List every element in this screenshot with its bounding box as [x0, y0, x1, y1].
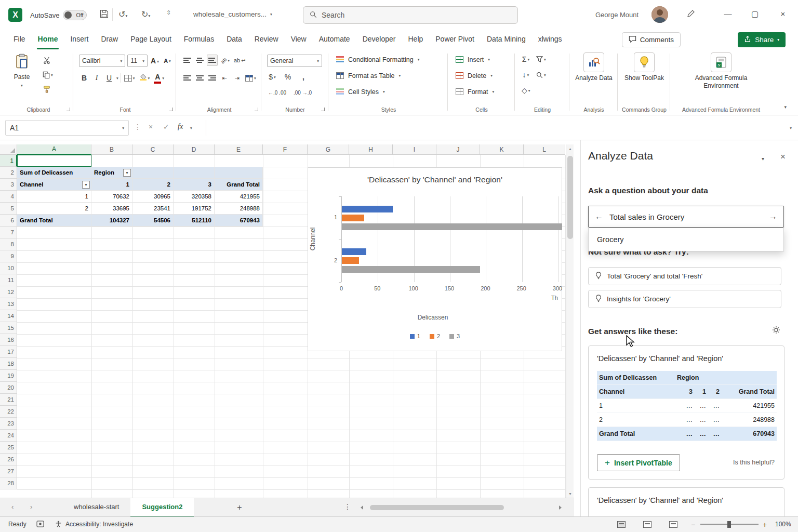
paste-button[interactable]: Paste ▾: [9, 54, 34, 88]
autosave-toggle[interactable]: Off: [63, 10, 87, 20]
row-header-5[interactable]: 5: [0, 203, 17, 215]
pivot-value-cell[interactable]: 54506: [132, 215, 174, 227]
row-header-27[interactable]: 27: [0, 466, 17, 477]
ribbon-tab-xlwings[interactable]: xlwings: [532, 30, 568, 49]
search-input[interactable]: Search: [303, 6, 518, 24]
format-cells-button[interactable]: Format ▾: [456, 85, 494, 99]
chart-bar-series3-cat1[interactable]: [342, 223, 562, 230]
chart-bar-series2-cat2[interactable]: [342, 257, 359, 264]
question-input[interactable]: ← Total sales in Grocery →: [588, 206, 784, 228]
fill-color-button[interactable]: ▾: [138, 72, 151, 84]
pivot-value-cell[interactable]: 33695: [91, 203, 132, 215]
format-painter-button[interactable]: [42, 84, 52, 95]
zoom-slider-thumb[interactable]: [727, 521, 731, 528]
row-header-12[interactable]: 12: [0, 286, 17, 298]
minimize-button[interactable]: —: [720, 9, 736, 18]
column-header-F[interactable]: F: [263, 144, 308, 155]
zoom-out-icon[interactable]: −: [691, 521, 695, 529]
next-sheet-icon[interactable]: ›: [30, 503, 32, 511]
vertical-scroll-thumb[interactable]: [567, 156, 573, 239]
macro-record-icon[interactable]: [36, 521, 44, 529]
copy-button[interactable]: ▾: [42, 69, 54, 81]
pivot-row-label[interactable]: 2: [17, 203, 91, 215]
chart-bar-series3-cat2[interactable]: [342, 266, 480, 273]
pivot-value-cell[interactable]: 421955: [215, 191, 263, 203]
row-header-26[interactable]: 26: [0, 454, 17, 466]
chart[interactable]: 'Delicassen' by 'Channel' and 'Region' 0…: [308, 167, 562, 351]
customize-toolbar-icon[interactable]: ⇳: [166, 9, 171, 16]
answer-card-2[interactable]: 'Delicassen' by 'Channel' and 'Region': [588, 487, 784, 516]
undo-icon[interactable]: ↺▾: [118, 9, 127, 19]
collapse-ribbon-icon[interactable]: ▾: [784, 104, 787, 110]
selected-cell-a1[interactable]: [17, 155, 91, 167]
zoom-slider[interactable]: [700, 524, 759, 525]
page-layout-view-icon[interactable]: [643, 521, 651, 528]
dropdown-item-grocery[interactable]: Grocery: [597, 235, 624, 244]
pivot-table[interactable]: Sum of DelicassenRegion▾Channel▾123Grand…: [17, 167, 263, 227]
afe-button[interactable]: fx Advanced Formula Environment: [682, 52, 760, 90]
number-dialog-launcher[interactable]: [321, 108, 325, 111]
pivot-value-cell[interactable]: 23541: [132, 203, 174, 215]
pivot-value-cell[interactable]: 30965: [132, 191, 174, 203]
bold-button[interactable]: B: [79, 72, 89, 84]
scroll-right-icon[interactable]: [559, 506, 562, 510]
decrease-indent-button[interactable]: ⇤: [219, 72, 230, 84]
font-color-button[interactable]: A▾: [153, 72, 165, 84]
center-button[interactable]: [194, 72, 205, 84]
gear-icon[interactable]: [772, 326, 780, 336]
sheet-options-icon[interactable]: ⋮: [344, 502, 351, 511]
pane-collapse-icon[interactable]: ▾: [762, 154, 764, 162]
confirm-entry-icon[interactable]: ✓: [163, 123, 169, 131]
increase-indent-button[interactable]: ⇥: [232, 72, 242, 84]
insert-cells-button[interactable]: Insert ▾: [456, 52, 490, 66]
increase-decimal-button[interactable]: ←.0 .00: [267, 87, 287, 98]
ribbon-tab-data-mining[interactable]: Data Mining: [481, 30, 532, 49]
close-button[interactable]: ×: [775, 9, 791, 18]
column-header-I[interactable]: I: [393, 144, 436, 155]
chart-bar-series2-cat1[interactable]: [342, 215, 364, 221]
comments-button[interactable]: Comments: [622, 32, 681, 47]
save-icon[interactable]: [100, 9, 109, 20]
row-header-18[interactable]: 18: [0, 358, 17, 370]
shrink-font-button[interactable]: A▾: [162, 55, 172, 66]
alignment-dialog-launcher[interactable]: [255, 108, 258, 111]
chart-bar-series1-cat2[interactable]: [342, 248, 366, 255]
borders-button[interactable]: ▾: [123, 72, 136, 84]
top-align-button[interactable]: [182, 55, 192, 66]
ribbon-tab-help[interactable]: Help: [402, 30, 429, 49]
pivot-value-cell[interactable]: 512110: [174, 215, 215, 227]
pivot-row-label[interactable]: 1: [17, 191, 91, 203]
row-header-16[interactable]: 16: [0, 334, 17, 346]
ribbon-tab-formulas[interactable]: Formulas: [178, 30, 220, 49]
chart-legend-item[interactable]: 1: [410, 333, 420, 339]
ribbon-tab-view[interactable]: View: [285, 30, 313, 49]
row-header-4[interactable]: 4: [0, 191, 17, 203]
column-header-L[interactable]: L: [524, 144, 565, 155]
filter-button[interactable]: ▾: [123, 169, 131, 177]
ribbon-tab-review[interactable]: Review: [248, 30, 285, 49]
ribbon-tab-draw[interactable]: Draw: [95, 30, 124, 49]
vertical-scrollbar[interactable]: ▲ ▼: [566, 144, 574, 498]
column-header-A[interactable]: A: [17, 144, 91, 155]
query-suggestion-dropdown[interactable]: Grocery: [588, 228, 784, 251]
name-box-splitter[interactable]: ⋮: [134, 123, 141, 131]
restore-button[interactable]: ▢: [747, 9, 763, 19]
format-as-table-button[interactable]: Format as Table ▾: [336, 69, 401, 83]
row-header-21[interactable]: 21: [0, 394, 17, 406]
row-header-10[interactable]: 10: [0, 262, 17, 274]
accounting-format-button[interactable]: $▾: [267, 71, 277, 83]
align-left-button[interactable]: [182, 72, 192, 84]
pivot-value-cell[interactable]: 191752: [174, 203, 215, 215]
redo-icon[interactable]: ↻▾: [141, 9, 150, 19]
share-button[interactable]: Share ▾: [738, 32, 786, 47]
autosum-button[interactable]: Σ▾: [521, 54, 531, 65]
sort-filter-button[interactable]: ▾: [535, 54, 547, 65]
column-header-E[interactable]: E: [215, 144, 263, 155]
font-name-select[interactable]: Calibri▾: [79, 55, 125, 67]
back-arrow-icon[interactable]: ←: [595, 212, 603, 221]
cell-styles-button[interactable]: Cell Styles ▾: [336, 85, 385, 99]
row-header-13[interactable]: 13: [0, 298, 17, 310]
row-header-2[interactable]: 2: [0, 167, 17, 179]
orientation-button[interactable]: ab▾: [220, 55, 231, 66]
chart-legend-item[interactable]: 3: [449, 333, 460, 339]
